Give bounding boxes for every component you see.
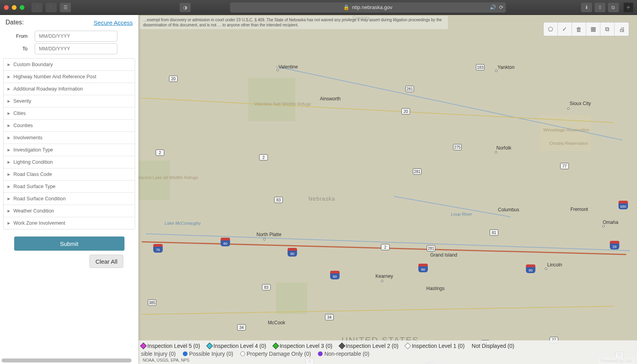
from-date-input[interactable]	[35, 31, 117, 42]
new-tab-button[interactable]: +	[624, 3, 633, 12]
chevron-right-icon: ▶	[7, 209, 10, 213]
audio-icon[interactable]: 🔊	[490, 4, 496, 10]
clear-all-button[interactable]: Clear All	[89, 255, 123, 268]
legend-item: Possible Injury (0)	[183, 351, 233, 357]
reload-button[interactable]: ⟳	[499, 4, 503, 10]
chart-tool[interactable]: ⧉	[600, 22, 615, 36]
tabs-button[interactable]: ⧉	[608, 3, 619, 12]
legend-label: Property Damage Only (0)	[247, 351, 311, 357]
submit-button[interactable]: Submit	[14, 237, 124, 251]
legend-item: Not Displayed (0)	[472, 343, 514, 349]
legend-label: sible Injury (0)	[141, 351, 176, 357]
circle-icon	[183, 351, 188, 356]
accordion-item[interactable]: ▶Road Surface Type	[4, 181, 135, 193]
accordion-label: Road Surface Condition	[13, 196, 66, 201]
print-tool[interactable]: 🖨	[615, 22, 629, 36]
chevron-right-icon: ▶	[7, 75, 10, 79]
accordion-item[interactable]: ▶Counties	[4, 120, 135, 132]
city-dot	[545, 268, 547, 270]
map-legend: Inspection Level 5 (0)Inspection Level 4…	[139, 340, 637, 364]
chevron-right-icon: ▶	[7, 172, 10, 176]
route-shield: 34	[237, 324, 246, 331]
refuge-label: Valentine Natl Wildlife Refuge	[254, 102, 297, 107]
city-dot	[381, 280, 383, 282]
map-road	[142, 306, 615, 315]
route-shield: 281	[405, 86, 414, 92]
sidebar-scrollbar[interactable]	[2, 358, 132, 362]
city-label: Yankton	[498, 65, 514, 70]
downloads-button[interactable]: ⬇	[581, 3, 592, 12]
filter-accordion: ▶Custom Boundary▶Highway Number And Refe…	[3, 58, 135, 229]
legend-label: Inspection Level 4 (0)	[214, 343, 266, 349]
accordion-label: Road Surface Type	[13, 184, 56, 189]
chevron-right-icon: ▶	[7, 87, 10, 91]
city-dot	[602, 225, 605, 227]
url-host: ntip.nebraska.gov	[352, 4, 392, 10]
reader-shield-button[interactable]: ◑	[180, 3, 191, 12]
share-button[interactable]: ⇧	[594, 3, 605, 12]
sidebar-toggle-button[interactable]: ☰	[60, 3, 71, 12]
address-bar[interactable]: 🔒 ntip.nebraska.gov 🔊 ⟳	[230, 2, 506, 13]
chevron-right-icon: ▶	[7, 148, 10, 152]
route-shield: 275	[453, 144, 462, 150]
accordion-item[interactable]: ▶Involvements	[4, 132, 135, 144]
accordion-item[interactable]: ▶Investigation Type	[4, 144, 135, 156]
accordion-item[interactable]: ▶Lighting Condition	[4, 156, 135, 168]
accordion-item[interactable]: ▶Additional Roadway Information	[4, 83, 135, 95]
legend-item: Inspection Level 3 (0)	[273, 343, 332, 349]
accordion-label: Road Class Code	[13, 172, 52, 177]
reservation-label: Rosebud Indian Reservation	[244, 19, 292, 24]
forward-button[interactable]: 〉	[46, 3, 57, 12]
accordion-label: Custom Boundary	[13, 62, 53, 67]
route-shield: 83	[274, 197, 283, 203]
accordion-item[interactable]: ▶Severity	[4, 95, 135, 107]
reservation-label: Omaha Reservation	[549, 141, 589, 146]
minimize-window-button[interactable]	[12, 5, 17, 10]
accordion-item[interactable]: ▶Custom Boundary	[4, 59, 135, 71]
route-shield: 81	[490, 229, 498, 236]
legend-item: sible Injury (0)	[141, 351, 176, 357]
map-park-area	[248, 78, 295, 121]
from-label: From	[3, 33, 31, 39]
map-highway	[142, 241, 626, 255]
legend-label: Inspection Level 3 (0)	[280, 343, 332, 349]
city-dot	[495, 151, 497, 153]
fullscreen-window-button[interactable]	[20, 5, 24, 10]
legend-item: Inspection Level 4 (0)	[207, 343, 266, 349]
route-shield: 83	[262, 284, 271, 290]
city-label: Norfolk	[496, 145, 511, 151]
chevron-right-icon: ▶	[7, 63, 10, 67]
accordion-label: Work Zone Involvement	[13, 220, 65, 226]
grid-tool[interactable]: ▦	[586, 22, 600, 36]
close-window-button[interactable]	[4, 5, 9, 10]
water-label: Loup River	[451, 212, 472, 216]
to-date-input[interactable]	[35, 43, 117, 54]
diamond-icon	[338, 343, 345, 349]
accordion-label: Highway Number And Reference Post	[13, 74, 97, 79]
chevron-right-icon: ▶	[7, 160, 10, 164]
diamond-icon	[272, 343, 279, 349]
select-confirm-tool[interactable]: ✓	[558, 22, 572, 36]
accordion-item[interactable]: ▶Highway Number And Reference Post	[4, 71, 135, 83]
route-shield: 2	[259, 154, 268, 161]
draw-polygon-tool[interactable]: ⬠	[544, 22, 558, 36]
chevron-right-icon: ▶	[7, 124, 10, 127]
dates-heading: Dates:	[6, 19, 24, 26]
interstate-shield: 80	[330, 271, 340, 279]
accordion-label: Investigation Type	[13, 147, 53, 153]
diamond-icon	[405, 343, 411, 349]
accordion-item[interactable]: ▶Road Surface Condition	[4, 193, 135, 205]
secure-access-link[interactable]: Secure Access	[94, 19, 133, 26]
route-shield: 281	[427, 245, 435, 251]
interstate-shield: 680	[618, 201, 628, 209]
accordion-item[interactable]: ▶Weather Condition	[4, 205, 135, 217]
accordion-label: Severity	[13, 98, 31, 104]
accordion-item[interactable]: ▶Cities	[4, 107, 135, 120]
delete-tool[interactable]: 🗑	[572, 22, 586, 36]
back-button[interactable]: 〈	[32, 3, 43, 12]
accordion-item[interactable]: ▶Work Zone Involvement	[4, 217, 135, 229]
state-label: Nebraska	[308, 196, 335, 202]
accordion-item[interactable]: ▶Road Class Code	[4, 168, 135, 181]
diamond-icon	[206, 343, 213, 349]
to-label: To	[3, 46, 31, 52]
